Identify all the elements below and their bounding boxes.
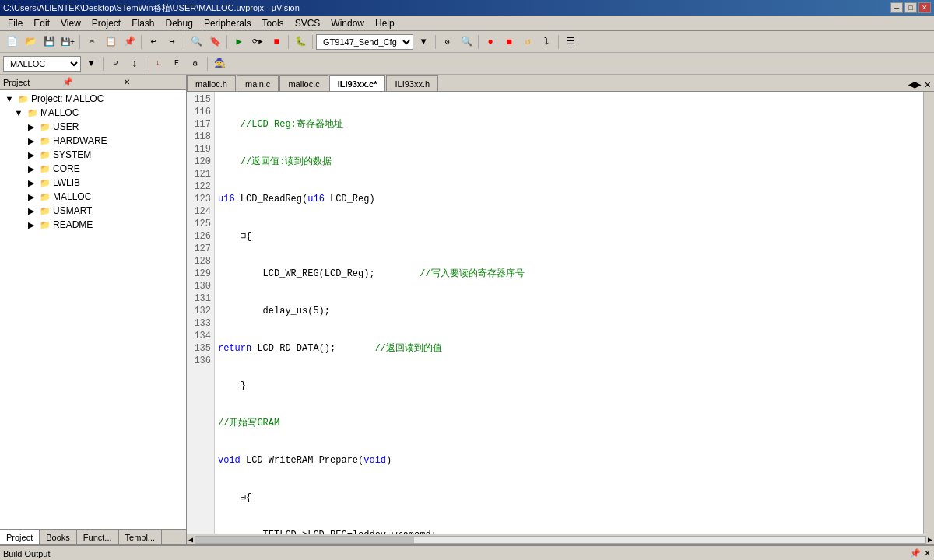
toolbar-2: MALLOC ▼ ⤶ ⤵ ↓ E ⚙ 🧙 [0,53,934,75]
tree-hardware[interactable]: ▶ 📁 HARDWARE [0,134,186,148]
new-file-btn[interactable]: 📄 [3,33,20,51]
menu-peripherals[interactable]: Peripherals [199,16,256,30]
menu-debug[interactable]: Debug [161,16,198,30]
build-btn[interactable]: ▶ [230,33,248,51]
tree-malloc2[interactable]: ▶ 📁 MALLOC [0,190,186,204]
file-tab-nav: ◀ ▶ ✕ [905,78,934,91]
project-panel: Project 📌 ✕ ▼ 📁 Project: MALLOC ▼ 📁 MALL… [0,75,187,544]
build-pin[interactable]: 📌 [910,548,921,558]
module-dropdown[interactable]: MALLOC [3,56,81,72]
scrollbar-h-container: ◀ ▶ [187,534,934,544]
wizard-btn[interactable]: 🧙 [211,55,228,72]
hardware-label: HARDWARE [53,135,107,146]
menu-view[interactable]: View [56,16,86,30]
paste-btn[interactable]: 📌 [121,33,138,51]
tree-user[interactable]: ▶ 📁 USER [0,120,186,134]
sep2 [141,35,142,49]
tree-core[interactable]: ▶ 📁 CORE [0,162,186,176]
tab-project[interactable]: Project [0,530,40,544]
flash-erase-btn[interactable]: E [168,55,185,72]
malloc-folder-icon: 📁 [26,107,39,119]
tree-lwlib[interactable]: ▶ 📁 LWLIB [0,176,186,190]
menu-window[interactable]: Window [326,16,369,30]
build-output: Build Output 📌 ✕ Build target 'MALLOC' c… [0,544,934,560]
minimize-button[interactable]: ─ [890,2,903,13]
save-btn[interactable]: 💾 [40,33,58,51]
tab-nav-right[interactable]: ▶ [915,78,921,91]
tree-usmart[interactable]: ▶ 📁 USMART [0,204,186,218]
tree-readme[interactable]: ▶ 📁 README [0,218,186,232]
malloc2-expand-icon: ▶ [25,191,37,203]
tab-main-c[interactable]: main.c [237,75,279,91]
code-line-119: LCD_WR_REG(LCD_Reg); //写入要读的寄存器序号 [218,268,920,280]
menu-tools[interactable]: Tools [258,16,289,30]
manage-btn[interactable]: ⚙ [439,33,456,51]
usmart-label: USMART [53,205,92,216]
find-btn[interactable]: 🔍 [188,33,205,51]
malloc-folder-label: MALLOC [40,107,79,118]
menu-edit[interactable]: Edit [29,16,54,30]
menu-svcs[interactable]: SVCS [290,16,325,30]
toolbar-1: 📄 📂 💾 💾+ ✂ 📋 📌 ↩ ↪ 🔍 🔖 ▶ ⟳▶ ■ 🐛 GT9147_S… [0,31,934,53]
tree-malloc-folder[interactable]: ▼ 📁 MALLOC [0,106,186,120]
menu-project[interactable]: Project [87,16,125,30]
step-into-btn[interactable]: ⤵ [125,55,142,72]
save-all-btn[interactable]: 💾+ [59,33,76,51]
menu-help[interactable]: Help [370,16,399,30]
tab-ili93xx-h[interactable]: ILI93xx.h [386,75,438,91]
dropdown-arrow[interactable]: ▼ [415,33,432,51]
code-line-121: return LCD_RD_DATA(); //返回读到的值 [218,342,920,355]
step-over-btn[interactable]: ⤶ [107,55,124,72]
undo-btn[interactable]: ↩ [145,33,162,51]
cut-btn[interactable]: ✂ [83,33,100,51]
tab-books[interactable]: Books [40,530,77,544]
flash-download-btn[interactable]: ↓ [149,55,167,72]
tab-malloc-c[interactable]: malloc.c [279,75,328,91]
redo-btn[interactable]: ↪ [163,33,181,51]
search-btn[interactable]: 🔍 [458,33,475,51]
tab-malloc-h[interactable]: malloc.h [187,75,236,91]
stop2-btn[interactable]: ◼ [500,33,518,51]
malloc2-label: MALLOC [53,191,91,202]
menu-bar: File Edit View Project Flash Debug Perip… [0,16,934,31]
lwlib-folder-icon: 📁 [39,177,51,189]
open-btn[interactable]: 📂 [22,33,39,51]
project-panel-close[interactable]: ✕ [124,78,183,86]
run-btn[interactable]: ● [482,33,499,51]
rebuild-btn[interactable]: ⟳▶ [249,33,266,51]
tab-nav-close[interactable]: ✕ [925,78,931,91]
bookmark-btn[interactable]: 🔖 [206,33,223,51]
project-panel-float[interactable]: 📌 [62,77,121,87]
stop-btn[interactable]: ■ [268,33,285,51]
debug-btn[interactable]: 🐛 [292,33,309,51]
step-btn[interactable]: ⤵ [538,33,555,51]
core-label: CORE [53,163,80,174]
flash-options-btn[interactable]: ⚙ [187,55,204,72]
code-content[interactable]: //LCD_Reg:寄存器地址 //返回值:读到的数据 u16 LCD_Read… [215,92,923,534]
tab-ili93xx-c[interactable]: ILI93xx.c* [329,75,386,91]
code-line-122: } [218,380,920,392]
scrollbar-h-left[interactable]: ◀ [188,535,193,544]
copy-btn[interactable]: 📋 [102,33,119,51]
menu-flash[interactable]: Flash [127,16,159,30]
target-dropdown[interactable]: GT9147_Send_Cfg [316,34,413,50]
tab-nav-left[interactable]: ◀ [908,78,915,91]
scrollbar-h-track[interactable] [195,536,926,544]
code-line-125: ⊟{ [218,492,920,504]
title-buttons[interactable]: ─ □ ✕ [890,2,931,13]
reset-btn[interactable]: ↺ [519,33,536,51]
project-panel-title: Project [3,78,62,87]
module-dropdown-arrow[interactable]: ▼ [83,55,100,72]
tab-funct[interactable]: Funct... [77,530,119,544]
options-btn[interactable]: ☰ [562,33,579,51]
tab-templ[interactable]: Templ... [119,530,163,544]
scrollbar-h-right[interactable]: ▶ [928,535,932,544]
sep-t2-1 [103,57,104,71]
tree-system[interactable]: ▶ 📁 SYSTEM [0,148,186,162]
scrollbar-v[interactable] [923,92,934,534]
build-close[interactable]: ✕ [924,548,931,558]
menu-file[interactable]: File [3,16,27,30]
close-button[interactable]: ✕ [918,2,931,13]
tree-root[interactable]: ▼ 📁 Project: MALLOC [0,92,186,106]
maximize-button[interactable]: □ [904,2,917,13]
